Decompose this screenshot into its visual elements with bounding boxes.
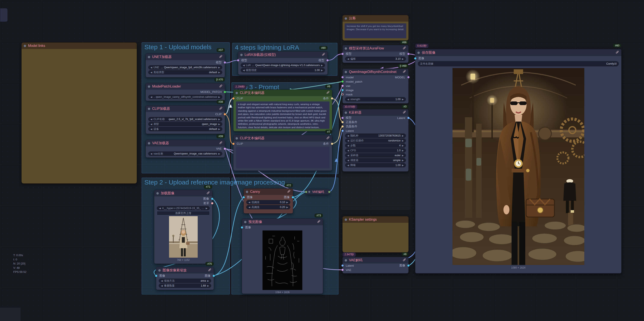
widget-low-threshold[interactable]: ◀低阈值0.10▶ xyxy=(246,200,290,204)
node-vae-loader[interactable]: #39 VAE加载器 VAE ◀vae名称Qwen\qwen_image_vae… xyxy=(146,140,225,158)
node-lora-loader[interactable]: #80 LoRA加载器(仅模型) 模型模型 ◀LoRA… Qwen\Qwen-I… xyxy=(238,51,328,75)
node-clip-text-encode-negative[interactable]: #7 CLIP文本编码器 CLIP条件 xyxy=(233,135,332,171)
output-port-model[interactable] xyxy=(224,62,226,64)
output-port-model[interactable] xyxy=(407,76,410,78)
decrement-arrow-icon[interactable]: ◀ xyxy=(243,64,244,67)
node-graph-canvas[interactable]: Step 1 - Upload models 4 steps lightning… xyxy=(0,0,644,321)
collapse-dot[interactable] xyxy=(418,52,420,54)
increment-arrow-icon[interactable]: ▶ xyxy=(207,284,209,287)
node-image-scale-by[interactable]: #75 图像按像素缩放 图像图像 ◀缩放方法area▶ ◀像素数量1.68▶ xyxy=(156,267,214,290)
decrement-arrow-icon[interactable]: ◀ xyxy=(347,149,349,152)
chain-link-icon[interactable] xyxy=(317,220,321,224)
decrement-arrow-icon[interactable]: ◀ xyxy=(150,118,152,121)
output-port-clip[interactable] xyxy=(224,113,226,115)
output-port-image[interactable] xyxy=(292,196,294,198)
widget-scheduler[interactable]: ◀调度器simple▶ xyxy=(345,158,406,162)
output-port-model[interactable] xyxy=(326,59,329,62)
increment-arrow-icon[interactable]: ▶ xyxy=(207,280,209,282)
output-port-mask[interactable] xyxy=(211,202,213,204)
input-port-mask[interactable] xyxy=(342,93,344,96)
node-save-image[interactable]: 0.610秒 #60 保存图像 图像 文件名前缀ComfyUI xyxy=(415,49,622,274)
increment-arrow-icon[interactable]: ▶ xyxy=(218,66,220,69)
output-port-image[interactable] xyxy=(211,198,213,200)
node-clip-loader[interactable]: #38 CLIP加载器 CLIP ◀CLIP名称qwen_2.5_vl_7b_f… xyxy=(146,105,225,134)
output-port-image[interactable] xyxy=(213,275,215,277)
collapse-dot[interactable] xyxy=(156,192,159,194)
input-port-positive[interactable] xyxy=(342,121,344,123)
increment-arrow-icon[interactable]: ▶ xyxy=(402,58,404,60)
widget-lora-name[interactable]: ◀LoRA… Qwen\Qwen-Image-Lightning-4steps-… xyxy=(241,63,325,68)
node-vae-decode[interactable]: 2.947秒 #8 VAE解码 Latent图像 VAE xyxy=(342,257,409,274)
collapse-dot[interactable] xyxy=(148,56,150,58)
increment-arrow-icon[interactable]: ▶ xyxy=(402,134,404,137)
widget-upscale-method[interactable]: ◀缩放方法area▶ xyxy=(159,279,211,283)
collapse-dot[interactable] xyxy=(148,86,150,88)
decrement-arrow-icon[interactable]: ◀ xyxy=(243,69,244,72)
chain-link-icon[interactable] xyxy=(219,84,223,89)
increment-arrow-icon[interactable]: ▶ xyxy=(402,149,404,152)
choose-file-button[interactable]: 选择文件上传 xyxy=(157,211,210,215)
output-port-latent[interactable] xyxy=(407,117,410,119)
input-port-image[interactable] xyxy=(342,89,344,91)
widget-vae-name[interactable]: ◀vae名称Qwen\qwen_image_vae.safetensors▶ xyxy=(148,152,222,156)
widget-sampler[interactable]: ◀采样器euler▶ xyxy=(345,153,406,158)
increment-arrow-icon[interactable]: ▶ xyxy=(402,159,404,162)
note-ksampler-settings[interactable]: KSampler settings xyxy=(342,216,409,252)
widget-strength-model[interactable]: ◀模型强度1.00▶ xyxy=(241,68,325,72)
widget-clip-type[interactable]: ◀类型qwen_image▶ xyxy=(148,122,222,126)
collapse-dot[interactable] xyxy=(236,137,238,140)
collapse-dot[interactable] xyxy=(345,112,347,114)
increment-arrow-icon[interactable]: ▶ xyxy=(402,164,404,167)
decrement-arrow-icon[interactable]: ◀ xyxy=(150,123,152,126)
collapse-dot[interactable] xyxy=(148,142,150,144)
input-port-vae[interactable] xyxy=(342,269,344,271)
chain-link-icon[interactable] xyxy=(326,136,330,140)
widget-shift[interactable]: ◀偏移3.10▶ xyxy=(345,57,406,61)
output-port-conditioning[interactable] xyxy=(331,97,333,100)
chain-link-icon[interactable] xyxy=(219,106,223,111)
increment-arrow-icon[interactable]: ▶ xyxy=(218,152,220,155)
input-port-image[interactable] xyxy=(155,275,157,277)
chain-link-icon[interactable] xyxy=(206,191,210,196)
increment-arrow-icon[interactable]: ▶ xyxy=(218,71,220,74)
increment-arrow-icon[interactable]: ▶ xyxy=(321,69,323,72)
decrement-arrow-icon[interactable]: ◀ xyxy=(347,144,349,147)
node-ksampler[interactable]: 33.078秒 #3 K采样器 模型Latent 正面条件 负面条件 Laten… xyxy=(342,109,409,172)
decrement-arrow-icon[interactable]: ◀ xyxy=(161,280,162,282)
chain-link-icon[interactable] xyxy=(219,141,223,146)
widget-control-after-generate[interactable]: ◀运行后操作randomize▶ xyxy=(345,138,406,143)
decrement-arrow-icon[interactable]: ◀ xyxy=(161,284,162,287)
node-canny[interactable]: #72 Canny 图像图像 ◀低阈值0.10▶ ◀高阈值0.20▶ xyxy=(244,188,293,214)
input-port-model[interactable] xyxy=(237,59,239,62)
node-qwen-controlnet[interactable]: [I #69 QwenImageDiffsynthControlnet mode… xyxy=(342,68,409,104)
increment-arrow-icon[interactable]: ▶ xyxy=(286,206,288,209)
note-textarea[interactable]: Increase the shift if you get too many b… xyxy=(345,23,406,38)
widget-clip-name[interactable]: ◀CLIP名称qwen_2.5_vl_7b_fp8_scaled.safeten… xyxy=(148,117,222,121)
widget-patch-name[interactable]: ◀.. qwen_image_canny_diffsynth_controlne… xyxy=(148,95,222,99)
widget-image-file[interactable]: ◀A__hyper-r-2574434519-19_35_ …▶ xyxy=(157,206,210,210)
node-unet-loader[interactable]: #37 UNET加载器 模型 ◀UNET… Qwen\qwen_image_fp… xyxy=(146,54,225,78)
chain-link-icon[interactable] xyxy=(322,52,326,57)
increment-arrow-icon[interactable]: ▶ xyxy=(402,139,404,142)
decrement-arrow-icon[interactable]: ◀ xyxy=(347,58,349,60)
output-port-model-patch[interactable] xyxy=(224,91,226,93)
decrement-arrow-icon[interactable]: ◀ xyxy=(150,71,152,74)
chain-link-icon[interactable] xyxy=(208,268,212,273)
chain-link-icon[interactable] xyxy=(402,258,406,262)
collapse-dot[interactable] xyxy=(158,269,161,272)
widget-denoise[interactable]: ◀降噪1.00▶ xyxy=(345,163,406,167)
increment-arrow-icon[interactable]: ▶ xyxy=(402,144,404,147)
chain-link-icon[interactable] xyxy=(615,50,619,55)
input-port-model[interactable] xyxy=(342,76,344,78)
node-preview-image[interactable]: #73 预览图像 图像 1084 × 1626 xyxy=(242,218,323,294)
chain-link-icon[interactable] xyxy=(326,90,330,95)
collapse-dot[interactable] xyxy=(345,17,347,20)
node-load-image[interactable]: #71 加载图像 图像 遮罩 ◀A__hyper-r-2574434519-19… xyxy=(154,190,212,264)
collapse-dot[interactable] xyxy=(345,218,347,221)
collapse-dot[interactable] xyxy=(345,259,347,262)
input-port-image[interactable] xyxy=(241,226,243,228)
increment-arrow-icon[interactable]: ▶ xyxy=(218,123,220,126)
input-port-latent[interactable] xyxy=(342,130,344,132)
input-port-clip[interactable] xyxy=(232,97,234,100)
increment-arrow-icon[interactable]: ▶ xyxy=(402,154,404,157)
